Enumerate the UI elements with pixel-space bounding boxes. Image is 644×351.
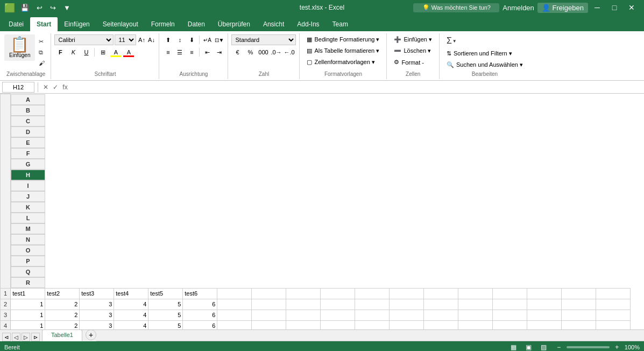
confirm-formula-button[interactable]: ✓ <box>51 83 60 92</box>
zellenformatvorlagen-button[interactable]: ▢ Zellenformatvorlagen ▾ <box>303 57 378 67</box>
format-painter-button[interactable]: 🖌 <box>36 58 47 68</box>
font-shrink-button[interactable]: A↓ <box>147 36 155 44</box>
cut-button[interactable]: ✂ <box>36 37 47 47</box>
cell-P3[interactable] <box>527 310 562 320</box>
font-color-button[interactable]: A <box>123 47 135 58</box>
zellen-einfuegen-button[interactable]: ➕ Einfügen ▾ <box>390 34 435 45</box>
first-sheet-button[interactable]: ⊲ <box>2 333 11 341</box>
cell-I4[interactable] <box>286 320 321 329</box>
cell-K3[interactable] <box>355 310 390 320</box>
cell-R4[interactable] <box>596 320 631 329</box>
cell-Q4[interactable] <box>562 320 596 329</box>
normal-view-button[interactable]: ▦ <box>508 342 519 351</box>
tab-addins[interactable]: Add-Ins <box>291 17 325 31</box>
redo-qat-button[interactable]: ↪ <box>48 3 58 13</box>
cell-N4[interactable] <box>458 320 493 329</box>
cell-F4[interactable]: 6 <box>183 320 217 329</box>
next-sheet-button[interactable]: ▷ <box>22 333 30 341</box>
cell-L4[interactable] <box>390 320 424 329</box>
align-bottom-button[interactable]: ⬇ <box>186 34 197 45</box>
wrap-text-button[interactable]: ↵A <box>202 34 213 45</box>
cell-G1[interactable] <box>217 288 252 299</box>
cell-H4[interactable] <box>252 320 286 329</box>
cell-E3[interactable]: 5 <box>148 310 183 320</box>
tab-daten[interactable]: Daten <box>181 17 211 31</box>
align-middle-button[interactable]: ↕ <box>174 34 185 45</box>
cell-O4[interactable] <box>493 320 527 329</box>
cell-E1[interactable]: test5 <box>148 288 183 299</box>
als-tabelle-button[interactable]: ▤ Als Tabelle formatieren ▾ <box>303 46 383 56</box>
cell-N1[interactable] <box>458 288 493 299</box>
zellen-format-button[interactable]: ⚙ Format - <box>390 57 428 67</box>
col-header-I[interactable]: I <box>11 180 45 191</box>
zoom-in-button[interactable]: + <box>612 342 622 351</box>
cell-N2[interactable] <box>458 299 493 310</box>
col-header-O[interactable]: O <box>11 245 45 256</box>
cell-G2[interactable] <box>217 299 252 310</box>
cell-F2[interactable]: 6 <box>183 299 217 310</box>
thousands-button[interactable]: 000 <box>257 47 269 58</box>
merge-button[interactable]: ⊡▼ <box>214 34 224 45</box>
scroll-container[interactable]: A B C D E F G H I J K L M N O <box>0 94 644 329</box>
cell-D1[interactable]: test4 <box>114 288 148 299</box>
cell-B4[interactable]: 2 <box>45 320 80 329</box>
cell-Q3[interactable] <box>562 310 596 320</box>
underline-button[interactable]: U <box>80 47 92 58</box>
cell-B1[interactable]: test2 <box>45 288 80 299</box>
cell-R2[interactable] <box>596 299 631 310</box>
cell-H1[interactable] <box>252 288 286 299</box>
align-center-button[interactable]: ☰ <box>174 47 185 58</box>
sortieren-button[interactable]: ⇅ Sortieren und Filtern ▾ <box>443 48 516 59</box>
cell-P1[interactable] <box>527 288 562 299</box>
cell-E4[interactable]: 5 <box>148 320 183 329</box>
close-button[interactable]: ✕ <box>624 2 640 13</box>
cell-C3[interactable]: 3 <box>80 310 114 320</box>
font-family-select[interactable]: Calibri <box>54 34 114 45</box>
paste-button[interactable]: 📋 Einfügen <box>4 34 35 61</box>
cell-M2[interactable] <box>424 299 458 310</box>
col-header-A[interactable]: A <box>11 94 45 105</box>
col-header-Q[interactable]: Q <box>11 266 45 277</box>
cell-Q2[interactable] <box>562 299 596 310</box>
cancel-formula-button[interactable]: ✕ <box>41 83 50 92</box>
cell-A2[interactable]: 1 <box>11 299 45 310</box>
cell-R3[interactable] <box>596 310 631 320</box>
bedingte-formatierung-button[interactable]: ▦ Bedingte Formatierung ▾ <box>303 34 383 45</box>
help-search-button[interactable]: 💡 Was möchten Sie tun? <box>413 3 499 12</box>
cell-K2[interactable] <box>355 299 390 310</box>
col-header-B[interactable]: B <box>11 105 45 116</box>
cell-L1[interactable] <box>390 288 424 299</box>
col-header-P[interactable]: P <box>11 256 45 266</box>
font-size-select[interactable]: 11 <box>115 34 136 45</box>
tab-ansicht[interactable]: Ansicht <box>257 17 291 31</box>
copy-button[interactable]: ⧉ <box>36 47 47 58</box>
cell-I3[interactable] <box>286 310 321 320</box>
italic-button[interactable]: K <box>67 47 79 58</box>
align-right-button[interactable]: ≡ <box>186 47 197 58</box>
cell-O2[interactable] <box>493 299 527 310</box>
cell-K4[interactable] <box>355 320 390 329</box>
sheet-tab-tabelle1[interactable]: Tabelle1 <box>42 329 82 341</box>
increase-decimal-button[interactable]: .0→ <box>270 47 282 58</box>
cell-C1[interactable]: test3 <box>80 288 114 299</box>
decrease-decimal-button[interactable]: ←.0 <box>283 47 295 58</box>
cell-H2[interactable] <box>252 299 286 310</box>
cell-C4[interactable]: 3 <box>80 320 114 329</box>
col-header-L[interactable]: L <box>11 213 45 223</box>
tab-seitenlayout[interactable]: Seitenlayout <box>96 17 145 31</box>
cell-P4[interactable] <box>527 320 562 329</box>
col-header-K[interactable]: K <box>11 202 45 213</box>
cell-H3[interactable] <box>252 310 286 320</box>
cell-M3[interactable] <box>424 310 458 320</box>
cell-D4[interactable]: 4 <box>114 320 148 329</box>
autosum-button[interactable]: Σ ▼ <box>443 34 461 47</box>
insert-function-button[interactable]: fx <box>61 83 69 92</box>
col-header-E[interactable]: E <box>11 137 45 148</box>
tab-einfuegen[interactable]: Einfügen <box>58 17 96 31</box>
cell-P2[interactable] <box>527 299 562 310</box>
cell-O3[interactable] <box>493 310 527 320</box>
number-format-select[interactable]: Standard <box>231 34 296 45</box>
cell-F3[interactable]: 6 <box>183 310 217 320</box>
row-number[interactable]: 4 <box>1 320 11 329</box>
anmelden-button[interactable]: Anmelden <box>500 3 536 13</box>
